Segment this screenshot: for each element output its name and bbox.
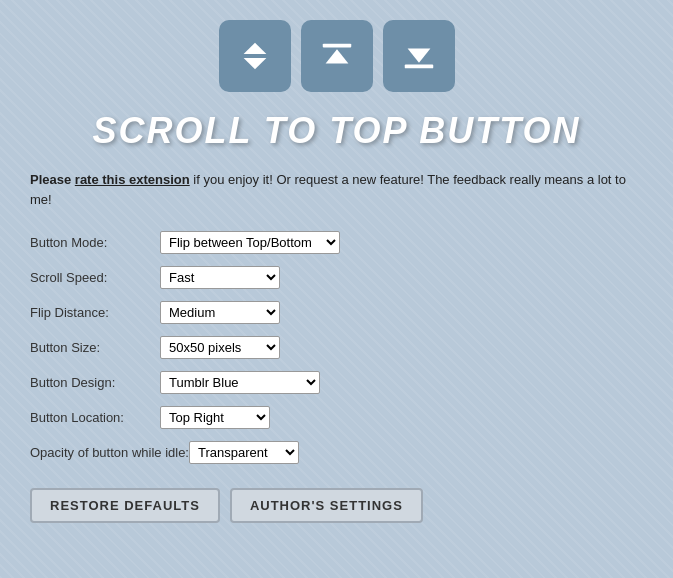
scroll-bottom-icon — [383, 20, 455, 92]
svg-marker-5 — [407, 48, 430, 62]
restore-defaults-button[interactable]: RESTORE DEFAULTS — [30, 488, 220, 523]
select-button-design[interactable]: Tumblr BlueClassicModern — [160, 371, 320, 394]
svg-marker-0 — [243, 43, 266, 54]
svg-rect-2 — [322, 44, 351, 48]
description-prefix: Please — [30, 172, 75, 187]
label-button-location: Button Location: — [30, 410, 160, 425]
form-row-flip-distance: Flip Distance:MediumShortLong — [30, 301, 643, 324]
select-button-mode[interactable]: Flip between Top/BottomScroll to Top onl… — [160, 231, 340, 254]
svg-marker-1 — [243, 58, 266, 69]
select-opacity[interactable]: Transparent25%50%75%100% — [189, 441, 299, 464]
rate-extension-link[interactable]: rate this extension — [75, 172, 190, 187]
form-row-button-mode: Button Mode:Flip between Top/BottomScrol… — [30, 231, 643, 254]
form-row-button-design: Button Design:Tumblr BlueClassicModern — [30, 371, 643, 394]
description: Please rate this extension if you enjoy … — [30, 170, 643, 209]
label-button-design: Button Design: — [30, 375, 160, 390]
form-row-button-size: Button Size:50x50 pixels40x40 pixels60x6… — [30, 336, 643, 359]
label-button-size: Button Size: — [30, 340, 160, 355]
select-button-size[interactable]: 50x50 pixels40x40 pixels60x60 pixels — [160, 336, 280, 359]
label-flip-distance: Flip Distance: — [30, 305, 160, 320]
action-buttons: RESTORE DEFAULTS AUTHOR'S SETTINGS — [30, 488, 643, 523]
label-opacity: Opacity of button while idle: — [30, 445, 189, 460]
select-button-location[interactable]: Top RightTop LeftBottom RightBottom Left — [160, 406, 270, 429]
page-title: SCROLL TO TOP BUTTON — [30, 110, 643, 152]
select-scroll-speed[interactable]: FastMediumSlow — [160, 266, 280, 289]
select-flip-distance[interactable]: MediumShortLong — [160, 301, 280, 324]
author-settings-button[interactable]: AUTHOR'S SETTINGS — [230, 488, 423, 523]
flip-icon — [219, 20, 291, 92]
settings-form: Button Mode:Flip between Top/BottomScrol… — [30, 231, 643, 464]
form-row-scroll-speed: Scroll Speed:FastMediumSlow — [30, 266, 643, 289]
header-icons — [30, 20, 643, 92]
form-row-opacity: Opacity of button while idle:Transparent… — [30, 441, 643, 464]
label-scroll-speed: Scroll Speed: — [30, 270, 160, 285]
form-row-button-location: Button Location:Top RightTop LeftBottom … — [30, 406, 643, 429]
scroll-top-icon — [301, 20, 373, 92]
label-button-mode: Button Mode: — [30, 235, 160, 250]
svg-rect-4 — [404, 65, 433, 69]
svg-marker-3 — [325, 49, 348, 63]
